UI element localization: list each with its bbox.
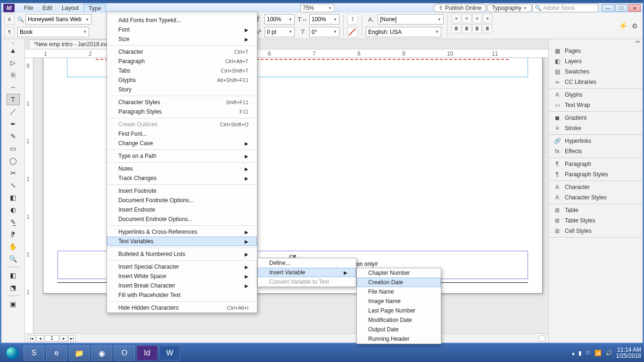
menu-item-add-fonts-from-typekit-[interactable]: Add Fonts from Typekit... [107, 16, 257, 25]
panel-character[interactable]: ACharacter [549, 182, 643, 192]
type-tool[interactable]: T [7, 94, 20, 105]
baseline-shift[interactable]: 0 pt▼ [264, 27, 295, 37]
menu-item-character[interactable]: CharacterCtrl+T [107, 47, 257, 57]
menu-item-insert-footnote[interactable]: Insert Footnote [107, 186, 257, 196]
action-center-icon[interactable]: ⚐ [586, 350, 591, 356]
publish-online-button[interactable]: ⇪Publish Online [433, 4, 487, 12]
panel-cell-styles[interactable]: ⊞Cell Styles [549, 226, 643, 236]
panel-text-wrap[interactable]: ▭Text Wrap [549, 100, 643, 110]
maximize-button[interactable]: ☐ [615, 4, 627, 12]
page-navigator[interactable]: I◂◂ ▸▸I [28, 335, 76, 342]
panel-effects[interactable]: fxEffects [549, 146, 643, 156]
menu-item-change-case[interactable]: Change Case▶ [107, 139, 257, 148]
battery-icon[interactable]: ▮ [578, 350, 582, 356]
menu-item-glyphs[interactable]: GlyphsAlt+Shift+F11 [107, 75, 257, 85]
menu-item-creation-date[interactable]: Creation Date [357, 278, 441, 287]
scissors-tool[interactable]: ✂ [7, 167, 20, 179]
menu-item-document-footnote-options-[interactable]: Document Footnote Options... [107, 196, 257, 205]
menu-item-insert-white-space[interactable]: Insert White Space▶ [107, 272, 257, 281]
menu-item-story[interactable]: Story [107, 85, 257, 94]
char-mode-icon[interactable]: A [4, 14, 15, 25]
direct-selection-tool[interactable]: ▷ [7, 57, 20, 68]
menu-item-image-name[interactable]: Image Name [357, 296, 441, 306]
pencil-tool[interactable]: ✎ [7, 131, 20, 142]
search-adobe-stock[interactable]: 🔍 Adobe Stock [532, 4, 598, 12]
panel-paragraph-styles[interactable]: ¶Paragraph Styles [549, 169, 643, 180]
eyedropper-tool[interactable]: ⁋ [7, 229, 20, 240]
menu-item-modification-date[interactable]: Modification Date [357, 315, 441, 325]
panel-glyphs[interactable]: AGlyphs [549, 90, 643, 100]
zoom-tool[interactable]: 🔍 [7, 253, 20, 264]
font-style-select[interactable]: Book▼ [17, 27, 89, 37]
skew[interactable]: 0°▼ [309, 27, 339, 37]
menu-item-hide-hidden-characters[interactable]: Hide Hidden CharactersCtrl+Alt+I [107, 303, 257, 313]
panel-hyperlinks[interactable]: 🔗Hyperlinks [549, 136, 643, 146]
note-tool[interactable]: ✎̲ [7, 216, 20, 228]
stroke-swatch-icon[interactable] [347, 27, 358, 37]
panel-gradient[interactable]: ◼Gradient [549, 113, 643, 123]
workspace-switcher[interactable]: Typography▼ [487, 4, 532, 12]
fill-stroke-icon[interactable]: ◧ [7, 270, 20, 281]
panel-layers[interactable]: ◧Layers [549, 56, 643, 66]
taskbar-ie[interactable]: e [46, 346, 67, 361]
menu-item-character-styles[interactable]: Character StylesShift+F11 [107, 98, 257, 107]
selection-tool[interactable]: ▲ [7, 45, 20, 56]
tray-up-icon[interactable]: ▴ [572, 350, 575, 356]
menu-item-text-variables[interactable]: Text Variables▶ [107, 237, 257, 246]
quick-apply-icon[interactable]: ⚡ [619, 21, 628, 30]
taskbar-indesign[interactable]: Id [137, 346, 157, 361]
scroll-thumb[interactable] [539, 336, 545, 341]
close-button[interactable]: ✕ [628, 4, 641, 12]
menu-item-paragraph[interactable]: ParagraphCtrl+Alt+T [107, 57, 257, 66]
zoom-level[interactable]: 75%▼ [300, 4, 334, 12]
menu-item-insert-variable[interactable]: Insert Variable▶ [258, 268, 356, 277]
type-menu[interactable]: Add Fonts from Typekit...Font▶Size▶Chara… [107, 12, 257, 313]
taskbar-outlook[interactable]: O [114, 346, 135, 361]
page-tool[interactable]: ⎘ [7, 69, 20, 81]
menu-item-define-[interactable]: Define... [258, 258, 356, 268]
rectangle-frame-tool[interactable]: ▭ [7, 143, 20, 154]
panel-swatches[interactable]: ▤Swatches [549, 66, 643, 77]
panel-stroke[interactable]: ≡Stroke [549, 123, 643, 133]
taskbar-skype[interactable]: S [24, 346, 44, 361]
menu-item-running-header[interactable]: Running Header [357, 334, 441, 344]
menu-item-output-date[interactable]: Output Date [357, 325, 441, 334]
free-transform-tool[interactable]: ⤡ [7, 180, 20, 191]
fill-swatch-icon[interactable]: T [347, 14, 358, 25]
menu-item-font[interactable]: Font▶ [107, 25, 257, 34]
menu-item-tabs[interactable]: TabsCtrl+Shift+T [107, 66, 257, 75]
system-tray[interactable]: ▴ ▮ ⚐ 📶 🔊 11:14 AM 1/25/2018 [572, 347, 641, 359]
panel-menu-icon[interactable]: ⚙ [632, 22, 638, 30]
panel-character-styles[interactable]: ACharacter Styles [549, 192, 643, 203]
menu-item-paragraph-styles[interactable]: Paragraph StylesF11 [107, 107, 257, 116]
gradient-feather-tool[interactable]: ◐ [7, 204, 20, 215]
clock[interactable]: 11:14 AM 1/25/2018 [616, 347, 641, 359]
line-tool[interactable]: ／ [7, 106, 20, 117]
menu-item-last-page-number[interactable]: Last Page Number [357, 306, 441, 315]
menu-item-chapter-number[interactable]: Chapter Number [357, 268, 441, 278]
menu-item-type-on-a-path[interactable]: Type on a Path▶ [107, 151, 257, 161]
menu-item-insert-endnote[interactable]: Insert Endnote [107, 205, 257, 214]
hand-tool[interactable]: ✋ [7, 241, 20, 252]
menu-item-fill-with-placeholder-text[interactable]: Fill with Placeholder Text [107, 290, 257, 300]
panel-pages[interactable]: ▦Pages [549, 46, 643, 56]
view-mode-icon[interactable]: ▣ [7, 298, 20, 310]
insert-variable-submenu[interactable]: Chapter NumberCreation DateFile NameImag… [356, 268, 441, 344]
taskbar-word[interactable]: W [159, 346, 180, 361]
menu-item-find-font-[interactable]: Find Font... [107, 129, 257, 139]
menu-item-insert-special-character[interactable]: Insert Special Character▶ [107, 262, 257, 272]
menu-item-bulleted-numbered-lists[interactable]: Bulleted & Numbered Lists▶ [107, 249, 257, 259]
menu-item-document-endnote-options-[interactable]: Document Endnote Options... [107, 214, 257, 224]
char-style-select[interactable]: [None]▼ [378, 14, 444, 25]
start-button[interactable] [3, 346, 22, 361]
menu-item-track-changes[interactable]: Track Changes▶ [107, 173, 257, 183]
para-mode-icon[interactable]: ¶ [4, 27, 15, 37]
menu-item-notes[interactable]: Notes▶ [107, 164, 257, 173]
document-tab[interactable]: *New emp intro - Jan2018.ind [29, 40, 114, 49]
align-buttons[interactable]: ≡≡≡≡ ≣≣≣≣ [452, 14, 492, 38]
panel-paragraph[interactable]: ¶Paragraph [549, 159, 643, 169]
network-icon[interactable]: 📶 [594, 350, 602, 356]
panel-table[interactable]: ⊞Table [549, 205, 643, 215]
menu-type[interactable]: Type [83, 4, 106, 13]
page-number-field[interactable] [45, 335, 59, 342]
